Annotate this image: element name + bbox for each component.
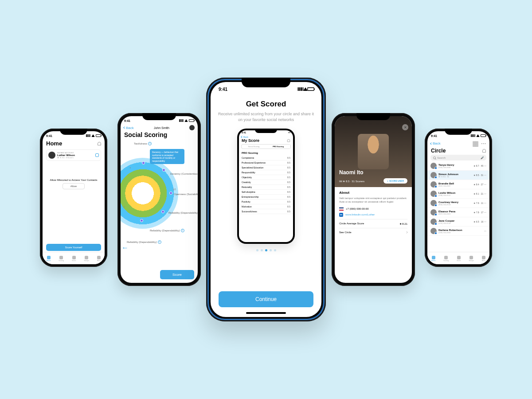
linkedin-link[interactable]: www.linkedin.com/Luther [345,213,375,216]
notch [255,129,277,133]
preview-phone: 9:41••• Back My Score Social Scoring PRO… [237,129,295,244]
score-label: Entrepreneurship [242,196,258,198]
tab-bar: Home Scoring Score Groups More [427,252,489,264]
back-button[interactable]: Back [124,126,134,130]
see-circle-row[interactable]: See Circle [339,228,407,236]
more-icon [97,256,101,259]
bell-icon[interactable] [482,149,486,153]
chevron-left-icon [241,136,243,138]
bell-icon[interactable] [287,139,290,142]
tab-home[interactable]: Home [431,256,435,262]
more-icon[interactable]: ••• [481,141,486,145]
top-bar: Back John Smith [121,124,198,131]
search-placeholder: Search [437,156,446,159]
score-icon [457,256,461,259]
tab-groups[interactable]: Groups [84,256,89,262]
search-input[interactable]: Search 🎤 [430,155,486,160]
linkedin-row[interactable]: in www.linkedin.com/Luther [339,213,407,217]
grid-icon[interactable]: ▦ [472,139,479,148]
avatar [430,172,437,178]
circle-avg-label: Circle Average Score [339,222,364,225]
chevron-right-icon [405,231,408,234]
tab-scoring[interactable]: Scoring [59,256,64,262]
list-item[interactable]: Tanya Henry(205) 555-0100★ 8.7 · 45 ••• [427,161,489,171]
tab-groups[interactable]: Groups [469,256,473,262]
list-item[interactable]: Courtney Henry(316) 555-0116★ 7.9 · 11 •… [427,199,489,208]
home-indicator [246,312,286,314]
avatar [430,228,437,234]
score-value: 8.5 [287,191,290,193]
section-title: PRO Scoring [239,150,293,156]
dot-active[interactable] [265,249,267,251]
status-indicators [86,134,101,137]
score-yourself-button[interactable]: Score Yourself [46,244,101,251]
segment-control[interactable]: Social Scoring PRO Scoring [241,144,291,149]
score-row: Rationality8.5 [239,185,293,190]
contact-score: ★ 8.1 · 21 ••• [473,192,486,195]
chevron-left-icon [430,142,433,145]
score-value: 8.5 [287,171,290,174]
help-icon[interactable]: ? [148,142,152,145]
avatar[interactable] [189,125,195,130]
score-value: 8.5 [287,161,290,164]
segment-social[interactable]: Social Scoring [242,145,266,149]
label-decency: Decency (Conscientiousness)? [170,172,198,176]
avatar [430,209,437,215]
share-icon[interactable] [95,153,99,157]
tab-score[interactable]: Score [457,256,461,262]
help-icon[interactable]: ? [158,240,161,244]
score-row: Responsibility8.5 [239,170,293,175]
label-reliability-1: Reliability (Dependability)? [168,211,198,215]
avatar [430,200,437,206]
tab-home[interactable]: Home [47,256,51,262]
segment-pro[interactable]: PRO Scoring [266,145,290,149]
user-card[interactable]: INSTANT ACCOUNT Luther Wilson IM ★ 9.5 ·… [46,149,101,161]
close-button[interactable]: ✕ [402,124,408,130]
tab-more[interactable]: More [97,256,101,262]
contact-score: ••• [484,230,486,232]
phone-row[interactable]: +7 (000) 000-00-00 [339,207,407,211]
list-item[interactable]: Eleanor Pena(907) 555-0101★ 7.8 · 17 ••• [427,208,489,217]
arrow-left-icon[interactable]: ← [121,244,129,252]
status-indicators [298,88,313,90]
contact-score: ★ 8.4 · 27 ••• [473,183,486,186]
groups-icon [85,256,88,259]
tab-score[interactable]: Score [72,256,76,262]
help-icon[interactable]: ? [181,229,184,232]
dot[interactable] [270,249,272,251]
more-icon [482,256,485,259]
score-row: Creativity8.5 [239,180,293,185]
linkedin-badge-icon [434,185,437,188]
bell-icon[interactable] [98,142,101,145]
score-value: 8.5 [287,176,290,179]
allow-button[interactable]: Allow [63,183,85,189]
score-icon [72,256,76,259]
my-score-title: My Score [242,138,259,143]
score-user-button[interactable]: + SCORE USER [383,178,407,184]
score-value: 8.5 [287,196,290,198]
list-item[interactable]: Brandie Bell(302) 555-0107★ 8.4 · 27 ••• [427,180,489,189]
dot[interactable] [274,249,276,251]
score-value: 8.5 [287,200,290,203]
dot[interactable] [261,249,263,251]
list-item[interactable]: Darlene Robertson(209) 555-0104 ••• [427,227,489,236]
phone-get-scored: 9:41 Get Scored Receive unlimited scorin… [206,78,326,321]
mic-icon[interactable]: 🎤 [481,156,484,159]
list-item[interactable]: Leslie Wilson(208) 555-0112★ 8.1 · 21 ••… [427,189,489,199]
dot[interactable] [256,249,258,251]
profile-photo [358,134,389,169]
score-label: Professional Experience [242,161,266,164]
tab-scoring[interactable]: Scoring [443,256,449,262]
home-icon [47,256,51,259]
list-item[interactable]: Jane Cooper(225) 555-0118★ 6.5 · 16 ••• [427,217,489,227]
back-button[interactable]: Back [430,141,441,145]
tab-more[interactable]: More [482,256,485,262]
continue-button[interactable]: Continue [219,291,313,307]
top-actions: ▦ ••• [472,139,486,148]
page-title: Get Scored [218,100,314,109]
list-item[interactable]: Simon JohnsonIM ★ 8.5 · 31★ 8.5 · 31 ••• [427,171,489,180]
contact-phone: (205) 555-0100 [438,166,472,168]
contact-score: ★ 8.5 · 31 ••• [473,174,486,176]
score-button[interactable]: Score [160,270,194,279]
score-label: Responsibility [242,171,255,174]
